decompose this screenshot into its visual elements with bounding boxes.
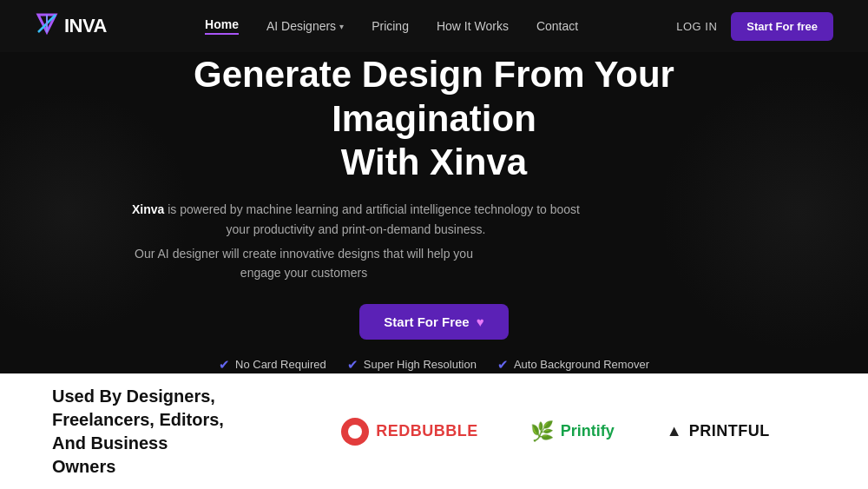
badge-bg-remover: ✔ Auto Background Remover (497, 357, 649, 373)
nav-item-home[interactable]: Home (205, 17, 239, 35)
badge-no-card: ✔ No Card Required (219, 357, 326, 373)
hero-badges: ✔ No Card Required ✔ Super High Resoluti… (130, 357, 738, 373)
printify-label: Printify (561, 422, 615, 440)
nav-link-pricing[interactable]: Pricing (372, 19, 409, 33)
nav-link-ai-designers[interactable]: AI Designers ▾ (266, 19, 344, 33)
hero-title: Generate Design From Your Imagination Wi… (130, 53, 738, 184)
logo-icon (35, 11, 61, 41)
check-icon-1: ✔ (219, 357, 230, 373)
brand-printify: 🌿 Printify (530, 420, 615, 443)
printful-icon: ▲ (667, 422, 682, 440)
hero-subtitle-1: Xinva is powered by machine learning and… (130, 200, 582, 239)
logo-label: INVA (64, 15, 107, 37)
bottom-section: Used By Designers, Freelancers, Editors,… (0, 373, 868, 489)
nav-link-home[interactable]: Home (205, 17, 239, 31)
navbar: INVA Home AI Designers ▾ Pricing How It … (0, 0, 868, 52)
hero-subtitle-2: Our AI designer will create innovative d… (130, 244, 477, 283)
chevron-down-icon: ▾ (339, 22, 344, 31)
hero-section: Generate Design From Your Imagination Wi… (0, 52, 868, 373)
login-button[interactable]: LOG IN (676, 20, 717, 33)
logo[interactable]: INVA (35, 11, 107, 41)
heart-icon: ♥ (477, 314, 484, 329)
redbubble-label: REDBUBBLE (376, 422, 478, 440)
brand-redbubble: REDBUBBLE (341, 418, 478, 446)
brand-printful: ▲ PRINTFUL (667, 422, 770, 440)
hero-content: Generate Design From Your Imagination Wi… (130, 53, 738, 373)
brand-logos: REDBUBBLE 🌿 Printify ▲ PRINTFUL (295, 418, 816, 446)
badge-high-res: ✔ Super High Resolution (347, 357, 477, 373)
check-icon-2: ✔ (347, 357, 358, 373)
nav-link-contact[interactable]: Contact (536, 19, 578, 33)
nav-right: LOG IN Start For free (676, 12, 833, 41)
printify-icon: 🌿 (530, 420, 554, 443)
bottom-title: Used By Designers, Freelancers, Editors,… (52, 385, 226, 479)
start-for-free-button[interactable]: Start For free (731, 12, 833, 41)
hero-cta-button[interactable]: Start For Free ♥ (359, 304, 508, 340)
printful-label: PRINTFUL (689, 422, 770, 440)
nav-link-how-it-works[interactable]: How It Works (437, 19, 509, 33)
nav-links: Home AI Designers ▾ Pricing How It Works… (205, 17, 578, 35)
check-icon-3: ✔ (497, 357, 509, 373)
redbubble-icon (341, 418, 369, 446)
nav-active-indicator (205, 33, 239, 35)
